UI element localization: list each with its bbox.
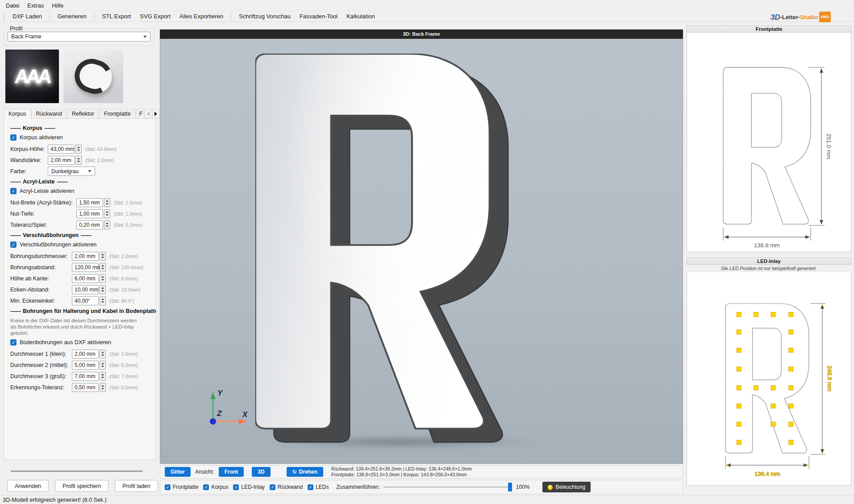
spin-down-icon[interactable] <box>101 257 104 258</box>
3d-view-button[interactable]: 3D <box>252 467 270 477</box>
spin-up-icon[interactable] <box>106 200 108 202</box>
spinner[interactable] <box>100 350 106 358</box>
spin-down-icon[interactable] <box>106 214 108 216</box>
spin-up-icon[interactable] <box>77 158 80 159</box>
frontplatte-panel-header[interactable]: Frontplatte <box>687 25 851 33</box>
front-view-button[interactable]: Front <box>219 467 244 477</box>
button-profil-speichern[interactable]: Profil speichern <box>55 480 108 492</box>
toolbar-stl-export[interactable]: STL Export <box>98 12 136 21</box>
merge-slider[interactable] <box>383 483 512 492</box>
toolbar-dxf-laden[interactable]: DXF Laden <box>8 12 46 21</box>
value-input[interactable]: 0,50 mm <box>72 383 99 392</box>
tab-r-ckwand[interactable]: Rückwand <box>31 109 67 118</box>
spin-down-icon[interactable] <box>101 290 104 292</box>
spinner[interactable] <box>104 209 110 218</box>
value-input[interactable]: 2,00 mm <box>48 156 75 165</box>
spin-up-icon[interactable] <box>101 362 104 364</box>
led-inlay-panel-header[interactable]: LED-Inlay <box>687 258 851 265</box>
checkbox-checked-icon[interactable]: ✓ <box>165 484 171 490</box>
spin-up-icon[interactable] <box>101 265 104 267</box>
spinner[interactable] <box>100 383 106 392</box>
spin-down-icon[interactable] <box>101 301 104 303</box>
tab-f[interactable]: F <box>136 109 144 118</box>
layer-checkbox-frontplatte[interactable]: ✓Frontplatte <box>165 484 198 490</box>
checkbox-checked-icon[interactable]: ✓ <box>10 339 17 346</box>
checkbox-checked-icon[interactable]: ✓ <box>203 484 209 490</box>
value-input[interactable]: 40,00° <box>72 296 99 305</box>
spin-down-icon[interactable] <box>77 161 80 162</box>
viewport-3d-canvas[interactable]: Y Z X <box>160 39 683 464</box>
checkbox-row-bodenbohrungen-aus-dxf-aktivieren[interactable]: ✓Bodenbohrungen aus DXF aktivieren <box>10 339 153 346</box>
spinner[interactable] <box>100 274 106 283</box>
toolbar-schriftzug-vorschau[interactable]: Schriftzug Vorschau <box>234 12 295 21</box>
layer-checkbox-r-ckwand[interactable]: ✓Rückwand <box>270 484 303 490</box>
value-input[interactable]: 0,20 mm <box>76 221 103 229</box>
value-input[interactable]: 2,00 mm <box>72 252 99 261</box>
menu-extras[interactable]: Extras <box>23 1 48 10</box>
toolbar-generieren[interactable]: Generieren <box>53 12 91 21</box>
value-input[interactable]: 7,00 mm <box>72 372 99 381</box>
checkbox-row-korpus-aktivieren[interactable]: ✓Korpus aktivieren <box>10 134 153 141</box>
value-input[interactable]: 120,00 mm <box>72 263 99 272</box>
spinner[interactable] <box>100 296 106 305</box>
spin-up-icon[interactable] <box>106 222 108 224</box>
letter-3d-model[interactable] <box>255 54 523 446</box>
spin-down-icon[interactable] <box>101 388 104 390</box>
color-select[interactable]: Dunkelgrau <box>48 167 95 176</box>
tab-scroll-right-button[interactable] <box>152 109 160 118</box>
profile-photo-illuminated-letters[interactable]: AAA <box>5 50 59 103</box>
spinner[interactable] <box>104 221 110 229</box>
checkbox-row-acryl-leiste-aktivieren[interactable]: ✓Acryl-Leiste aktivieren <box>10 188 153 194</box>
profile-photo-channel-letter[interactable] <box>63 50 123 103</box>
spinner[interactable] <box>75 156 82 165</box>
spinner[interactable] <box>100 252 106 261</box>
spin-up-icon[interactable] <box>101 298 104 300</box>
spin-down-icon[interactable] <box>101 279 104 281</box>
spin-down-icon[interactable] <box>101 354 104 356</box>
tab-korpus[interactable]: Korpus <box>4 109 31 119</box>
value-input[interactable]: 1,00 mm <box>76 209 103 218</box>
spin-down-icon[interactable] <box>101 268 104 270</box>
toolbar-fassaden-tool[interactable]: Fassaden-Tool <box>295 12 342 21</box>
gitter-button[interactable]: Gitter <box>165 467 191 477</box>
menu-hilfe[interactable]: Hilfe <box>48 1 67 10</box>
spinner[interactable] <box>100 285 106 294</box>
sidebar-scrollbar[interactable] <box>11 471 143 472</box>
tab-reflektor[interactable]: Reflektor <box>67 109 99 118</box>
checkbox-checked-icon[interactable]: ✓ <box>270 484 275 490</box>
spin-down-icon[interactable] <box>101 366 104 367</box>
toolbar-svg-export[interactable]: SVG Export <box>135 12 175 21</box>
spin-up-icon[interactable] <box>101 351 104 353</box>
drehen-button[interactable]: ↻ Drehen <box>287 467 323 477</box>
checkbox-checked-icon[interactable]: ✓ <box>308 484 313 490</box>
spin-up-icon[interactable] <box>101 254 104 255</box>
spinner[interactable] <box>104 198 110 207</box>
checkbox-checked-icon[interactable]: ✓ <box>10 188 17 194</box>
spin-down-icon[interactable] <box>106 225 108 227</box>
spin-up-icon[interactable] <box>101 385 104 387</box>
spin-down-icon[interactable] <box>101 377 104 379</box>
value-input[interactable]: 10,00 mm <box>72 285 99 294</box>
value-input[interactable]: 43,00 mm <box>48 145 75 154</box>
value-input[interactable]: 5,00 mm <box>72 361 99 370</box>
toolbar-kalkulation[interactable]: Kalkulation <box>342 12 379 21</box>
checkbox-checked-icon[interactable]: ✓ <box>10 242 17 248</box>
value-input[interactable]: 6,00 mm <box>72 274 99 283</box>
checkbox-checked-icon[interactable]: ✓ <box>233 484 239 490</box>
layer-checkbox-korpus[interactable]: ✓Korpus <box>203 484 228 490</box>
spin-up-icon[interactable] <box>106 211 108 213</box>
tab-scroll-left-button[interactable] <box>145 109 152 118</box>
spinner[interactable] <box>100 372 106 381</box>
beleuchtung-button[interactable]: Beleuchtung <box>542 482 591 492</box>
layer-checkbox-led-inlay[interactable]: ✓LED-Inlay <box>233 484 265 490</box>
button-anwenden[interactable]: Anwenden <box>7 480 49 492</box>
toolbar-alles-exportieren[interactable]: Alles Exportieren <box>175 12 228 21</box>
spin-up-icon[interactable] <box>101 276 104 278</box>
profil-select[interactable]: Back Frame <box>8 32 150 42</box>
spin-down-icon[interactable] <box>106 203 108 205</box>
value-input[interactable]: 2,00 mm <box>72 350 99 358</box>
tab-frontplatte[interactable]: Frontplatte <box>99 109 136 118</box>
menu-datei[interactable]: Datei <box>2 1 23 10</box>
spin-up-icon[interactable] <box>101 287 104 289</box>
spinner[interactable] <box>100 361 106 370</box>
